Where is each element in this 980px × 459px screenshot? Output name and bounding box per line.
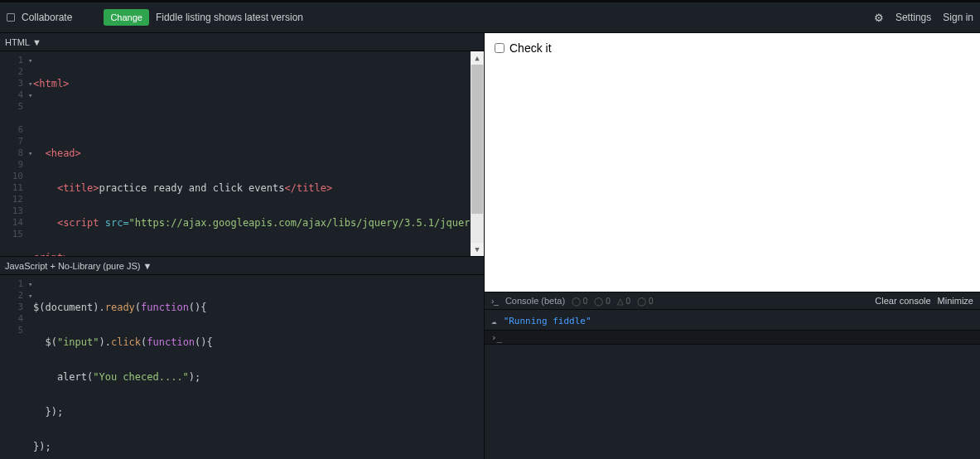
cloud-icon: ☁ (491, 316, 497, 326)
scroll-down-icon[interactable]: ▼ (471, 243, 484, 256)
scroll-up-icon[interactable]: ▲ (471, 51, 484, 65)
console-body[interactable]: ☁ "Running fiddle" ›_ (485, 310, 980, 459)
clear-console-button[interactable]: Clear console (875, 296, 930, 306)
js-editor[interactable]: 12345 ▾▾ $(document).ready(function(){ $… (0, 275, 484, 459)
js-gutter: 12345 (0, 278, 28, 336)
console-input-row[interactable]: ›_ (485, 330, 980, 345)
content-area: HTML▼ 12345 6789101112131415 ▾▾▾▾ <html>… (0, 33, 980, 459)
result-checkbox-row[interactable]: Check it (495, 41, 970, 55)
js-pane-header[interactable]: JavaScript + No-Library (pure JS)▼ (0, 257, 484, 275)
settings-icon[interactable]: ⚙ (874, 12, 884, 24)
console-bar: ›_ Console (beta) ◯ 0 ◯ 0 △ 0 ◯ 0 Clear … (485, 292, 980, 310)
info-count-icon: ◯ 0 (572, 297, 587, 306)
html-scrollbar[interactable]: ▲ ▼ (471, 51, 484, 256)
js-code[interactable]: $(document).ready(function(){ $("input")… (33, 278, 469, 459)
left-panel: HTML▼ 12345 6789101112131415 ▾▾▾▾ <html>… (0, 33, 485, 459)
top-bar: Collaborate Change Fiddle listing shows … (0, 0, 980, 33)
scroll-thumb[interactable] (471, 65, 483, 214)
warn-count-icon: △ 0 (617, 297, 630, 306)
html-code[interactable]: <html> <head> <title>practice ready and … (33, 55, 469, 257)
result-pane[interactable]: Check it (485, 33, 980, 292)
dropdown-icon: ▼ (32, 37, 41, 47)
console-counts: ◯ 0 ◯ 0 △ 0 ◯ 0 (572, 297, 653, 306)
error-count-icon: ◯ 0 (637, 297, 653, 306)
topbar-right: ⚙ Settings Sign in (874, 12, 973, 24)
topbar-left: Collaborate Change Fiddle listing shows … (7, 9, 867, 26)
html-gutter: 12345 6789101112131415 (0, 55, 28, 240)
js-pane-label: JavaScript + No-Library (pure JS) (5, 261, 141, 271)
console-message: ☁ "Running fiddle" (491, 313, 973, 328)
html-pane-header[interactable]: HTML▼ (0, 33, 484, 51)
dropdown-icon: ▼ (143, 261, 152, 271)
console-icon: ›_ (491, 297, 499, 306)
collaborate-checkbox[interactable] (7, 13, 15, 22)
collaborate-label[interactable]: Collaborate (22, 12, 72, 23)
signin-link[interactable]: Sign in (943, 12, 973, 23)
console-title: Console (beta) (505, 296, 565, 306)
fiddle-status: Fiddle listing shows latest version (156, 12, 303, 23)
check-label: Check it (509, 41, 552, 55)
change-button[interactable]: Change (104, 9, 149, 26)
debug-count-icon: ◯ 0 (594, 297, 610, 306)
prompt-icon: ›_ (491, 332, 502, 343)
check-checkbox[interactable] (495, 43, 504, 53)
minimize-console-button[interactable]: Minimize (938, 296, 973, 306)
settings-link[interactable]: Settings (896, 12, 931, 23)
html-editor[interactable]: 12345 6789101112131415 ▾▾▾▾ <html> <head… (0, 51, 484, 257)
html-pane-label: HTML (5, 37, 30, 47)
right-panel: Check it ›_ Console (beta) ◯ 0 ◯ 0 △ 0 ◯… (485, 33, 980, 459)
